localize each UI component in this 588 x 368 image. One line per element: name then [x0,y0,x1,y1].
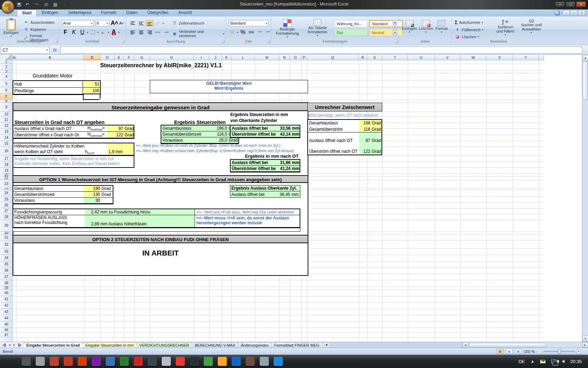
row-header-43[interactable]: 43 [0,309,13,315]
row-header-6[interactable]: 6 [0,87,13,94]
styles-dialog-launcher-icon[interactable] [394,40,398,43]
taskbar-app-icon[interactable] [36,357,45,366]
row-header-24[interactable]: 24 [0,190,13,196]
zoom-out-icon[interactable]: − [537,349,542,354]
underline-button[interactable]: U [78,29,86,35]
row-header-11[interactable]: 11 [0,117,13,123]
column-header-C[interactable]: C [84,55,100,60]
column-header-R[interactable]: R [359,55,367,60]
ribbon-tab[interactable]: Start [17,9,37,16]
row-header-3[interactable]: 3 [0,70,13,73]
ribbon-tab[interactable]: Ansicht [173,9,197,16]
vertical-scroll-thumb[interactable] [583,61,588,100]
grow-font-button[interactable]: A˄ [111,20,118,26]
italic-button[interactable]: K [70,29,78,35]
taskbar-app-icon[interactable] [274,357,283,366]
page-layout-view-icon[interactable]: ▤ [506,349,513,354]
column-header-W[interactable]: W [460,55,486,60]
align-middle-button[interactable] [137,20,145,26]
sheet-grid[interactable] [13,60,544,342]
insert-cells-button[interactable]: + Einfügen▾ [400,19,418,34]
column-header-D[interactable]: D [100,55,114,60]
taskbar-app-icon[interactable] [204,357,213,366]
ribbon-tab[interactable]: Formeln [96,9,121,16]
bold-button[interactable]: F [62,29,69,35]
row-header-40[interactable]: 40 [0,290,13,296]
delete-cells-button[interactable]: ✕ Löschen▾ [417,19,435,34]
sheet-tab[interactable]: BERECHNUNG V-MAX [191,342,239,348]
column-header-B[interactable]: B [16,55,84,60]
copy-button[interactable]: ⧉Kopieren [22,26,58,32]
clear-button[interactable]: ◪Löschen▾ [454,34,484,40]
row-header-36[interactable]: 36 [0,267,13,274]
row-header-12[interactable]: 12 [0,123,13,129]
network-tray-icon[interactable] [551,360,556,363]
autosum-button[interactable]: ΣAutoSumme▾ [454,19,484,26]
row-header-15[interactable]: 15 [0,141,13,146]
select-all-corner[interactable] [0,55,13,60]
accounting-format-button[interactable]: ⛁ [229,29,236,35]
row-header-46[interactable]: 46 [0,328,13,333]
increase-indent-button[interactable]: ⇥≡ [162,29,170,35]
taskbar-app-icon[interactable] [218,357,227,366]
zoom-level[interactable]: 100 % [524,349,535,354]
row-header-19[interactable]: 19 [0,168,13,173]
row-header-17[interactable]: 17 [0,156,13,162]
taskbar-app-icon[interactable] [190,357,199,366]
column-header-I[interactable]: I [194,55,209,60]
taskbar-app-icon[interactable] [106,357,115,366]
column-header-A[interactable]: A [13,55,16,60]
orientation-button[interactable]: ⟋ [154,20,162,26]
tray-expand-icon[interactable]: ▲ [531,359,535,364]
align-top-button[interactable] [129,20,136,26]
row-header-27[interactable]: 27 [0,208,13,214]
column-header-E[interactable]: E [114,55,124,60]
column-header-V[interactable]: V [435,55,460,60]
next-sheet-icon[interactable]: ► [12,343,16,347]
align-bottom-button[interactable] [146,20,153,26]
row-header-28[interactable]: 28 [0,214,13,220]
zoom-in-icon[interactable]: + [576,349,581,354]
taskbar-app-icon[interactable] [120,357,129,366]
conditional-formatting-button[interactable]: Bedingte Formatierung▾ [273,19,301,39]
row-header-14[interactable]: 14 [0,135,13,141]
zoom-thumb[interactable] [558,349,561,354]
sheet-tab[interactable]: Änderungsindex [237,342,272,348]
tab-scroll-buttons[interactable]: ◄▌ ◄ ► ▐► [0,342,24,348]
font-name-select[interactable]: Arial▾ [62,20,94,26]
cell-style-item[interactable]: Währung_Ko... [334,20,368,27]
find-select-button[interactable]: Suchen und Auswählen ▾ [519,19,544,35]
row-header-13[interactable]: 13 [0,129,13,135]
column-header-S[interactable]: S [367,55,382,60]
row-header-29[interactable]: 29 [0,220,13,232]
horizontal-scrollbar[interactable]: ◄ ► [462,342,588,348]
selected-cell-C7[interactable] [83,94,100,100]
name-box[interactable]: C7▾ [1,47,50,54]
column-headers[interactable]: ABCDEFGHIJKLMNOPQRSTUVWXY [0,55,544,60]
page-break-view-icon[interactable]: ▥ [515,349,522,354]
row-header-26[interactable]: 26 [0,202,13,208]
ribbon-tab[interactable]: Seitenlayout [63,9,96,16]
row-header-33[interactable]: 33 [0,248,13,255]
format-cells-button[interactable]: Format▾ [434,19,449,34]
clipboard-dialog-launcher-icon[interactable] [54,40,57,43]
taskbar-app-icon[interactable] [22,357,31,366]
wrap-text-button[interactable]: ☰Zeilenumbruch [171,20,205,26]
column-header-P[interactable]: P [301,55,307,60]
taskbar-app-icon[interactable] [134,357,143,366]
comma-style-button[interactable]: 000 [247,29,255,35]
taskbar-app-icon[interactable] [246,357,255,366]
mail-tray-icon[interactable] [540,360,546,363]
ribbon-tab[interactable]: Überprüfen [142,9,173,16]
column-header-F[interactable]: F [124,55,134,60]
merge-center-button[interactable]: ▣Verbinden und zentrieren▾ [171,29,225,38]
column-header-T[interactable]: T [382,55,408,60]
fill-button[interactable]: ⬇Füllbereich▾ [454,27,484,33]
gallery-more-icon[interactable]: ▼ [393,30,397,35]
cell-style-item[interactable]: Standard [369,20,403,27]
border-button[interactable] [89,29,97,35]
cut-button[interactable]: ✂Ausschneiden [22,19,58,25]
sheet-tab[interactable]: Eingabe Steuerzeiten in mm [82,342,137,348]
taskbar-app-icon[interactable] [78,357,87,366]
row-header-5[interactable]: 5 [0,80,13,87]
